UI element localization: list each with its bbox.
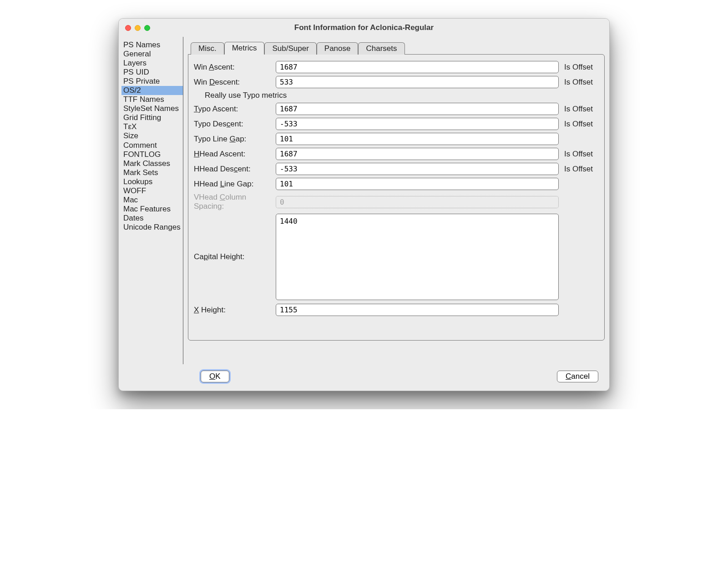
sidebar-item[interactable]: FONTLOG xyxy=(121,150,183,159)
tab[interactable]: Panose xyxy=(317,42,359,55)
hhead-descent-label: HHead Descent: xyxy=(194,165,274,174)
sidebar-item[interactable]: Mark Classes xyxy=(121,159,183,168)
typo-ascent-label: Typo Ascent: xyxy=(194,105,274,114)
typo-ascent-offset[interactable]: Is Offset xyxy=(561,105,599,114)
hhead-descent-offset[interactable]: Is Offset xyxy=(561,165,599,174)
tab[interactable]: Metrics xyxy=(224,42,265,55)
sidebar-item[interactable]: Comment xyxy=(121,141,183,150)
category-sidebar: PS NamesGeneralLayersPS UIDPS PrivateOS/… xyxy=(119,37,183,364)
x-height-label: X Height: xyxy=(194,306,274,315)
hhead-ascent-label: HHead Ascent: xyxy=(194,150,274,159)
hhead-linegap-input[interactable] xyxy=(276,178,559,190)
sidebar-item[interactable]: StyleSet Names xyxy=(121,104,183,113)
capital-height-label: Capital Height: xyxy=(194,252,274,261)
main-panel: Misc.MetricsSub/SuperPanoseCharsets Win … xyxy=(183,37,609,364)
sidebar-item[interactable]: Mac xyxy=(121,196,183,205)
sidebar-item[interactable]: Lookups xyxy=(121,177,183,186)
tab[interactable]: Charsets xyxy=(358,42,404,55)
sidebar-item[interactable]: Dates xyxy=(121,214,183,223)
cancel-button[interactable]: Cancel xyxy=(557,371,598,382)
sidebar-item[interactable]: Size xyxy=(121,131,183,140)
ok-button[interactable]: OK xyxy=(201,371,229,382)
typo-metrics-checkbox-label[interactable]: Really use Typo metrics xyxy=(205,91,599,100)
sidebar-item[interactable]: TεX xyxy=(121,122,183,131)
tab[interactable]: Misc. xyxy=(191,42,224,55)
win-descent-offset[interactable]: Is Offset xyxy=(561,78,599,87)
tab[interactable]: Sub/Super xyxy=(264,42,316,55)
typo-linegap-input[interactable] xyxy=(276,133,559,145)
typo-descent-input[interactable] xyxy=(276,118,559,130)
sidebar-item[interactable]: Grid Fitting xyxy=(121,113,183,122)
vhead-colspacing-label: VHead Column Spacing: xyxy=(194,193,274,211)
capital-height-input[interactable]: 1440 xyxy=(276,214,559,300)
tab-bar: Misc.MetricsSub/SuperPanoseCharsets xyxy=(191,40,605,54)
font-info-window: Font Information for Aclonica-Regular PS… xyxy=(118,18,610,391)
window-title: Font Information for Aclonica-Regular xyxy=(119,23,609,32)
sidebar-item[interactable]: WOFF xyxy=(121,186,183,196)
hhead-linegap-label: HHead Line Gap: xyxy=(194,180,274,189)
vhead-colspacing-input xyxy=(276,196,559,208)
win-ascent-offset[interactable]: Is Offset xyxy=(561,63,599,72)
typo-ascent-input[interactable] xyxy=(276,103,559,115)
x-height-input[interactable] xyxy=(276,304,559,316)
sidebar-item[interactable]: PS UID xyxy=(121,68,183,77)
hhead-ascent-input[interactable] xyxy=(276,148,559,160)
win-ascent-label: Win Ascent: xyxy=(194,63,274,72)
typo-descent-offset[interactable]: Is Offset xyxy=(561,120,599,129)
sidebar-item[interactable]: Mac Features xyxy=(121,205,183,214)
win-descent-label: Win Descent: xyxy=(194,78,274,87)
hhead-ascent-offset[interactable]: Is Offset xyxy=(561,150,599,159)
win-ascent-input[interactable] xyxy=(276,61,559,73)
sidebar-item[interactable]: TTF Names xyxy=(121,95,183,104)
dialog-footer: OK Cancel xyxy=(119,364,609,391)
sidebar-item[interactable]: Layers xyxy=(121,59,183,68)
sidebar-item[interactable]: Mark Sets xyxy=(121,168,183,177)
sidebar-item[interactable]: OS/2 xyxy=(121,86,183,95)
sidebar-item[interactable]: PS Private xyxy=(121,77,183,86)
typo-linegap-label: Typo Line Gap: xyxy=(194,135,274,144)
titlebar: Font Information for Aclonica-Regular xyxy=(119,19,609,37)
sidebar-item[interactable]: General xyxy=(121,50,183,59)
sidebar-item[interactable]: Unicode Ranges xyxy=(121,223,183,232)
sidebar-item[interactable]: PS Names xyxy=(121,40,183,50)
metrics-panel: Win Ascent: Is Offset Win Descent: Is Of… xyxy=(188,54,605,341)
typo-descent-label: Typo Descent: xyxy=(194,120,274,129)
hhead-descent-input[interactable] xyxy=(276,163,559,175)
win-descent-input[interactable] xyxy=(276,76,559,88)
